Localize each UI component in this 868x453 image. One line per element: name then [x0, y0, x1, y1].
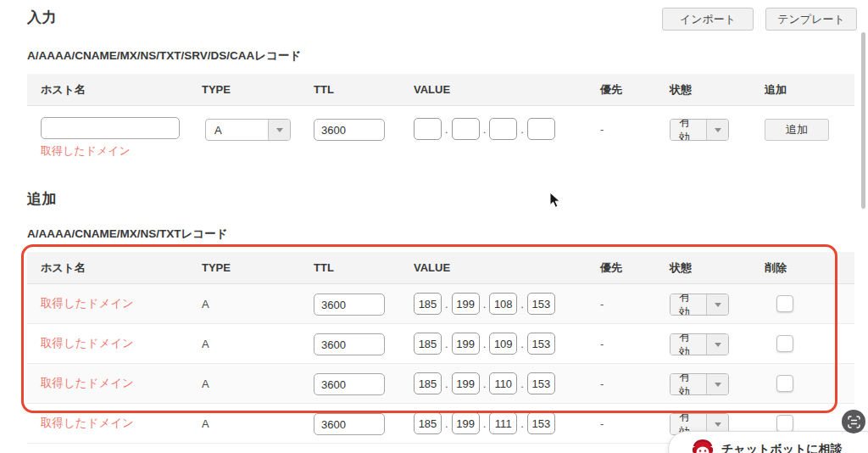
- added-table: ホスト名 TYPE TTL VALUE 優先 状態 削除 取得したドメイン A …: [27, 252, 854, 444]
- ip-value-inputs: . . .: [414, 118, 555, 140]
- octet-input-1[interactable]: [414, 333, 442, 355]
- type-value: A: [202, 378, 209, 390]
- octet-input-3[interactable]: [489, 412, 517, 434]
- col-value: VALUE: [400, 83, 587, 96]
- hostname-link[interactable]: 取得したドメイン: [41, 416, 134, 431]
- octet-separator: .: [483, 378, 487, 390]
- status-select[interactable]: 有効: [670, 333, 729, 355]
- added-table-header: ホスト名 TYPE TTL VALUE 優先 状態 削除: [27, 252, 854, 284]
- delete-checkbox[interactable]: [776, 335, 793, 352]
- chevron-down-icon: [706, 374, 728, 394]
- status-select[interactable]: 有効: [670, 119, 729, 141]
- octet-input-4[interactable]: [527, 293, 555, 315]
- delete-checkbox[interactable]: [776, 375, 793, 392]
- priority-value: -: [600, 417, 604, 430]
- status-select[interactable]: 有効: [670, 294, 729, 316]
- status-select-value: 有効: [670, 294, 706, 315]
- page-title: 入力: [27, 8, 57, 27]
- octet-separator: .: [483, 338, 487, 350]
- type-value: A: [202, 298, 209, 310]
- octet-separator: .: [483, 298, 487, 310]
- octet-input-2[interactable]: [452, 333, 480, 355]
- input-section-header: 入力 インポート テンプレート: [27, 0, 854, 31]
- scrollbar-thumb[interactable]: [861, 32, 865, 209]
- octet-separator: .: [520, 298, 524, 310]
- priority-value: -: [600, 378, 604, 390]
- added-section-title: 追加: [27, 189, 854, 209]
- chevron-down-icon: [268, 120, 290, 140]
- octet-separator: .: [483, 417, 487, 430]
- priority-value: -: [600, 338, 604, 350]
- status-select-value: 有効: [670, 334, 706, 355]
- dns-record-page: 入力 インポート テンプレート A/AAAA/CNAME/MX/NS/TXT/S…: [27, 0, 854, 453]
- octet-separator: .: [445, 417, 448, 430]
- col-value: VALUE: [400, 261, 587, 274]
- status-select-value: 有効: [670, 374, 706, 394]
- col-ttl: TTL: [300, 261, 400, 274]
- ttl-input[interactable]: [314, 333, 385, 355]
- octet-input-4[interactable]: [527, 333, 555, 355]
- octet-separator: .: [445, 378, 448, 390]
- octet-input-2[interactable]: [452, 293, 480, 315]
- header-buttons: インポート テンプレート: [662, 8, 857, 31]
- input-table: ホスト名 TYPE TTL VALUE 優先 状態 追加 取得したドメイン A: [27, 74, 854, 169]
- ttl-input[interactable]: [314, 373, 385, 395]
- col-priority: 優先: [587, 260, 656, 276]
- capture-button[interactable]: [842, 410, 865, 433]
- octet-input-1[interactable]: [414, 118, 442, 140]
- scan-icon: [848, 416, 860, 428]
- octet-input-3[interactable]: [489, 293, 517, 315]
- octet-input-2[interactable]: [452, 412, 480, 434]
- import-button[interactable]: インポート: [662, 8, 754, 31]
- type-value: A: [202, 338, 209, 350]
- octet-input-2[interactable]: [452, 118, 480, 140]
- hostname-link[interactable]: 取得したドメイン: [41, 376, 134, 391]
- octet-input-3[interactable]: [489, 372, 517, 394]
- col-status: 状態: [656, 260, 751, 276]
- chevron-down-icon: [706, 294, 728, 315]
- chatbot-label: チャットボットに相談: [721, 442, 843, 453]
- hostname-input[interactable]: [41, 117, 180, 139]
- input-table-header: ホスト名 TYPE TTL VALUE 優先 状態 追加: [27, 74, 854, 106]
- octet-input-3[interactable]: [489, 333, 517, 355]
- octet-separator: .: [445, 338, 448, 350]
- col-hostname: ホスト名: [27, 82, 188, 98]
- ttl-input[interactable]: [314, 413, 385, 435]
- col-type: TYPE: [188, 83, 300, 96]
- col-status: 状態: [656, 82, 751, 98]
- ttl-input[interactable]: [314, 119, 385, 141]
- octet-input-1[interactable]: [414, 372, 442, 394]
- chevron-down-icon: [706, 120, 728, 140]
- table-row: 取得したドメイン A ... - 有効: [27, 284, 854, 324]
- octet-input-1[interactable]: [414, 412, 442, 434]
- octet-separator: .: [520, 378, 524, 390]
- octet-input-4[interactable]: [527, 118, 555, 140]
- delete-checkbox[interactable]: [776, 415, 793, 432]
- col-delete: 削除: [751, 260, 854, 276]
- col-add: 追加: [751, 82, 854, 98]
- type-value: A: [202, 417, 209, 430]
- octet-input-4[interactable]: [527, 412, 555, 434]
- col-type: TYPE: [188, 261, 300, 274]
- chatbot-launcher[interactable]: チャットボットに相談: [668, 431, 868, 453]
- type-select[interactable]: A: [205, 119, 291, 141]
- octet-input-4[interactable]: [527, 372, 555, 394]
- octet-separator: .: [520, 338, 524, 350]
- status-select[interactable]: 有効: [670, 373, 729, 395]
- delete-checkbox[interactable]: [776, 295, 793, 312]
- hostname-link[interactable]: 取得したドメイン: [41, 336, 134, 351]
- octet-input-2[interactable]: [452, 372, 480, 394]
- ttl-input[interactable]: [314, 294, 385, 316]
- octet-input-3[interactable]: [489, 118, 517, 140]
- chevron-down-icon: [706, 334, 728, 355]
- added-record-types-label: A/AAAA/CNAME/MX/NS/TXTレコード: [27, 226, 854, 242]
- add-record-button[interactable]: 追加: [765, 119, 829, 141]
- col-ttl: TTL: [300, 83, 400, 96]
- hostname-link[interactable]: 取得したドメイン: [41, 296, 134, 311]
- table-row: 取得したドメイン A ... - 有効: [27, 364, 854, 404]
- input-row: 取得したドメイン A . . .: [27, 106, 854, 169]
- octet-separator: .: [445, 123, 448, 136]
- chatbot-face-icon: [692, 439, 714, 453]
- template-button[interactable]: テンプレート: [765, 8, 857, 31]
- octet-input-1[interactable]: [414, 293, 442, 315]
